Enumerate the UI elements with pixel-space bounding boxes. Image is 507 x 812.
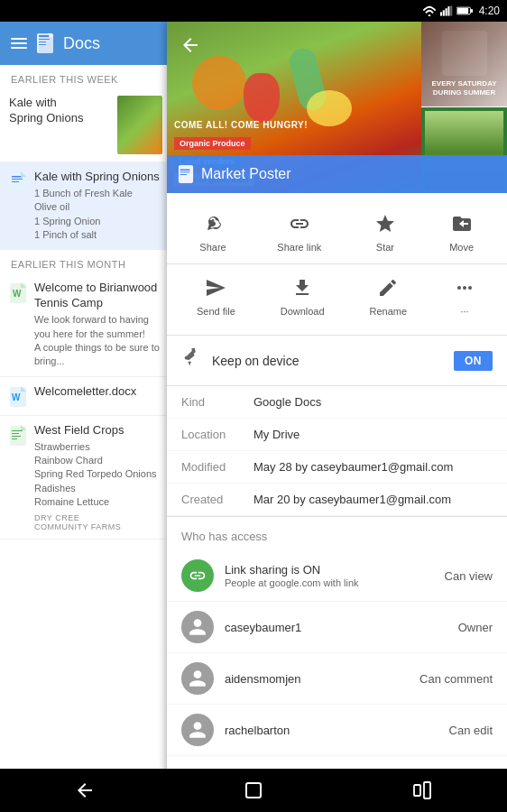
- nav-recents-button[interactable]: [404, 772, 440, 808]
- svg-rect-8: [471, 9, 473, 13]
- docx-title: Welcomeletter.docx: [34, 384, 162, 400]
- svg-rect-22: [424, 782, 430, 798]
- welcome-title: Welcome to BirianwoodTennis Camp: [34, 281, 162, 311]
- wifi-icon: [422, 5, 437, 16]
- kale-title: Kale with Spring Onions: [34, 170, 162, 185]
- doc-item-welcomedocx[interactable]: W Welcomeletter.docx: [0, 377, 171, 416]
- keep-label: Keep on device: [212, 354, 443, 368]
- svg-rect-1: [440, 12, 442, 15]
- docs-panel: Docs EARLIER THIS WEEK Kale withSpring O…: [0, 22, 171, 812]
- signal-icon: [440, 5, 453, 16]
- doc-title-kale: Kale withSpring Onions: [9, 96, 110, 126]
- star-label: Star: [376, 242, 394, 253]
- move-button[interactable]: Move: [442, 208, 482, 256]
- keep-toggle[interactable]: ON: [454, 351, 493, 371]
- doc-item-kale-large[interactable]: Kale withSpring Onions: [0, 88, 171, 162]
- aiden-avatar: [181, 662, 214, 695]
- aiden-role: Can comment: [419, 672, 493, 686]
- rachel-role: Can edit: [449, 724, 493, 737]
- rename-icon: [375, 275, 401, 300]
- svg-point-17: [457, 286, 461, 290]
- modified-key: Modified: [181, 460, 254, 474]
- westfield-title: West Field Crops: [34, 423, 162, 438]
- more-label: ···: [460, 306, 468, 317]
- doc-item-westfield[interactable]: West Field Crops StrawberriesRainbow Cha…: [0, 416, 171, 540]
- svg-text:W: W: [13, 289, 22, 299]
- svg-rect-2: [442, 10, 444, 15]
- doc-info-welcome: Welcome to BirianwoodTennis Camp We look…: [34, 281, 162, 368]
- download-button[interactable]: Download: [273, 272, 332, 320]
- more-button[interactable]: ···: [445, 272, 484, 320]
- star-button[interactable]: Star: [365, 208, 405, 256]
- share-label: Share: [199, 242, 226, 253]
- nav-back-button[interactable]: [67, 772, 103, 808]
- detail-created: Created Mar 20 by caseybaumer1@gmail.com: [167, 484, 507, 516]
- move-label: Move: [449, 242, 474, 253]
- svg-rect-5: [450, 5, 452, 15]
- doc-icon-kale: [9, 171, 27, 193]
- doc-icon-westfield: [9, 425, 27, 447]
- doc-item-kale-list[interactable]: Kale with Spring Onions 1 Bunch of Fresh…: [0, 162, 171, 250]
- share-link-icon: [287, 211, 312, 236]
- move-icon: [449, 211, 475, 236]
- casey-avatar: [181, 611, 214, 643]
- action-row-1: Share Share link Star Move: [167, 193, 507, 264]
- svg-rect-20: [246, 783, 261, 798]
- preview-headline: COME ALL! COME HUNGRY!: [174, 120, 414, 130]
- status-bar: 4:20: [0, 0, 507, 22]
- rename-button[interactable]: Rename: [363, 272, 415, 320]
- doc-icon-welcome: W: [9, 282, 27, 304]
- created-key: Created: [181, 493, 254, 506]
- time-display: 4:20: [479, 5, 500, 17]
- doc-item-welcomeletter[interactable]: W Welcome to BirianwoodTennis Camp We lo…: [0, 273, 171, 376]
- send-file-button[interactable]: Send file: [189, 272, 243, 320]
- kale-ingredients: 1 Bunch of Fresh KaleOlive oil1 Spring O…: [34, 187, 162, 243]
- back-button[interactable]: [174, 29, 207, 61]
- access-row-aiden[interactable]: aidensmomjen Can comment: [167, 653, 507, 705]
- more-icon: [452, 275, 477, 300]
- location-val: My Drive: [254, 428, 493, 441]
- westfield-footer: DRY CREECOMMUNITY FARMS: [34, 513, 162, 531]
- download-label: Download: [281, 306, 325, 317]
- section-label-month: EARLIER THIS MONTH: [0, 250, 171, 273]
- casey-name: caseybaumer1: [225, 621, 447, 634]
- aiden-name: aidensmomjen: [225, 672, 409, 686]
- rachel-info: rachelbarton: [225, 724, 438, 737]
- hamburger-menu[interactable]: [11, 38, 27, 49]
- rename-label: Rename: [370, 306, 408, 317]
- link-role: Can view: [445, 569, 493, 583]
- nav-home-button[interactable]: [235, 772, 272, 808]
- overlay-panel: COME ALL! COME HUNGRY! Organic Produce L…: [167, 22, 507, 812]
- preview-badge-produce: Organic Produce: [174, 137, 251, 150]
- share-icon: [200, 211, 226, 236]
- file-preview: COME ALL! COME HUNGRY! Organic Produce L…: [167, 22, 507, 193]
- doc-info: Kale withSpring Onions: [9, 96, 110, 126]
- file-doc-icon: [178, 164, 194, 184]
- rachel-name: rachelbarton: [225, 724, 438, 737]
- access-row-link[interactable]: Link sharing is ON People at google.com …: [167, 550, 507, 602]
- svg-rect-3: [445, 8, 447, 15]
- svg-point-19: [468, 286, 472, 290]
- nav-recents-icon: [411, 780, 433, 801]
- detail-location: Location My Drive: [167, 419, 507, 451]
- westfield-items: StrawberriesRainbow ChardSpring Red Torp…: [34, 440, 162, 510]
- casey-role: Owner: [458, 621, 493, 634]
- keep-device-row: Keep on device ON: [167, 336, 507, 386]
- access-row-rachel[interactable]: rachelbarton Can edit: [167, 705, 507, 756]
- rachel-avatar: [181, 714, 214, 746]
- location-key: Location: [181, 428, 254, 441]
- share-link-button[interactable]: Share link: [270, 208, 328, 256]
- welcome-sub: We look forward to having you here for t…: [34, 313, 162, 369]
- docs-header: Docs: [0, 22, 171, 65]
- share-link-label: Share link: [277, 242, 321, 253]
- battery-icon: [456, 5, 473, 16]
- link-sub: People at google.com with link: [225, 577, 434, 588]
- share-button[interactable]: Share: [192, 208, 233, 256]
- kind-key: Kind: [181, 395, 254, 409]
- file-details: Kind Google Docs Location My Drive Modif…: [167, 386, 507, 517]
- created-val: Mar 20 by caseybaumer1@gmail.com: [254, 493, 493, 506]
- svg-rect-7: [457, 8, 468, 14]
- access-row-casey[interactable]: caseybaumer1 Owner: [167, 602, 507, 653]
- link-name: Link sharing is ON: [225, 563, 434, 577]
- top-right-text: EVERY SATURDAYDURING SUMMER: [431, 79, 496, 98]
